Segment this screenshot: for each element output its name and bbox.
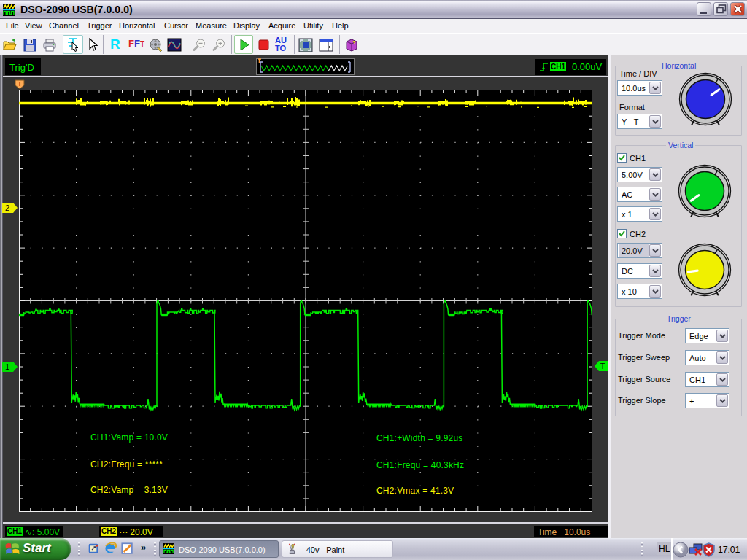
svg-text:2: 2 <box>5 203 9 212</box>
svg-text:T: T <box>600 362 605 370</box>
svg-text:?: ? <box>352 39 356 46</box>
svg-text:1: 1 <box>5 362 9 371</box>
svg-text:T: T <box>18 80 22 88</box>
